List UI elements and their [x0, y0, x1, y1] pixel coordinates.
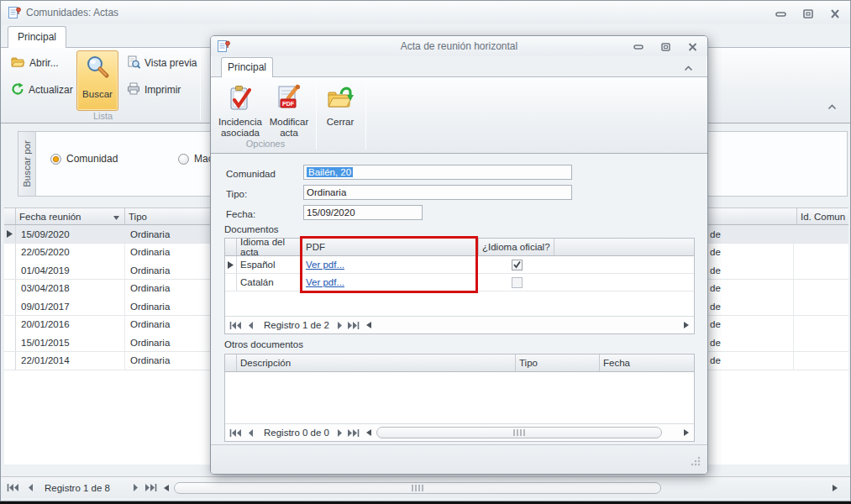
dialog-ribbon: Incidencia asociada PDF Modificar acta C…: [211, 76, 708, 154]
imprimir-button[interactable]: Imprimir: [123, 81, 184, 99]
modificar-acta-button[interactable]: PDF Modificar acta: [265, 81, 313, 146]
cell-comunidad-partial: de: [710, 280, 794, 297]
fecha-field[interactable]: 15/09/2020: [303, 205, 423, 220]
nav-label: Registro 1 de 8: [45, 483, 110, 493]
nav-first-button[interactable]: [229, 427, 242, 438]
column-label: Idioma del acta: [240, 237, 298, 257]
column-label: Id. Comun: [801, 212, 845, 222]
resize-grip-icon[interactable]: [690, 455, 701, 469]
oficial-checkbox[interactable]: [512, 277, 523, 288]
actualizar-button[interactable]: Actualizar: [8, 81, 76, 99]
document-pin-icon: [217, 39, 230, 55]
nav-prev-button[interactable]: [24, 482, 37, 494]
ver-pdf-link[interactable]: Ver pdf...: [306, 260, 344, 270]
cell-id-comunidad: [794, 297, 848, 315]
otros-documentos-section-label: Otros documentos: [224, 339, 303, 349]
column-header-id-comunidad[interactable]: Id. Comun: [797, 208, 848, 224]
dialog-restore-button[interactable]: [658, 41, 673, 52]
nav-first-button[interactable]: [229, 319, 242, 331]
nav-prev-button[interactable]: [244, 319, 257, 331]
row-indicator: [4, 297, 16, 315]
fecha-label: Fecha:: [226, 207, 255, 222]
nav-first-button[interactable]: [6, 482, 19, 494]
cell-fecha-reunion: 22/01/2014: [16, 352, 125, 370]
radio-comunidad[interactable]: Comunidad: [50, 152, 118, 165]
nav-last-button[interactable]: [144, 482, 157, 494]
restore-button[interactable]: [801, 8, 816, 19]
cell-id-comunidad: [794, 244, 848, 261]
scroll-right-icon[interactable]: [682, 320, 691, 330]
cell-id-comunidad: [794, 333, 848, 351]
ribbon-group-separator: [200, 50, 201, 121]
incidencia-asociada-button[interactable]: Incidencia asociada: [216, 81, 265, 146]
documento-row[interactable]: EspañolVer pdf...: [225, 256, 694, 274]
buscar-label: Buscar: [82, 89, 113, 100]
cerrar-label: Cerrar: [327, 117, 355, 128]
column-header-idioma[interactable]: Idioma del acta: [237, 239, 302, 255]
dialog-close-button[interactable]: [685, 41, 700, 52]
row-indicator: [4, 244, 16, 261]
radio-icon: [178, 154, 189, 165]
buscar-por-label: Buscar por: [22, 140, 32, 187]
column-header-pdf[interactable]: PDF: [302, 239, 479, 255]
cell-comunidad-partial: de: [710, 316, 794, 333]
close-button[interactable]: [827, 8, 843, 19]
column-header-fecha-reunion[interactable]: Fecha reunión: [16, 208, 125, 224]
cell-id-comunidad: [794, 261, 848, 279]
scroll-left-icon[interactable]: [365, 428, 373, 438]
column-header-fecha[interactable]: Fecha: [600, 354, 694, 371]
scroll-left-icon[interactable]: [162, 483, 171, 493]
row-indicator: [4, 316, 16, 333]
cerrar-button[interactable]: Cerrar: [318, 81, 362, 146]
nav-next-button[interactable]: [333, 427, 346, 438]
dialog-minimize-button[interactable]: [631, 41, 646, 52]
horizontal-scrollbar-thumb[interactable]: [376, 427, 662, 438]
minimize-button[interactable]: [774, 8, 789, 19]
scroll-right-icon[interactable]: [682, 428, 691, 438]
ver-pdf-link[interactable]: Ver pdf...: [306, 277, 344, 287]
column-header-idioma-oficial[interactable]: ¿Idioma oficial?: [479, 239, 554, 255]
nav-last-button[interactable]: [346, 319, 360, 331]
cell-comunidad-partial: de: [710, 261, 794, 279]
scroll-left-icon[interactable]: [365, 320, 373, 330]
abrir-label: Abrir...: [29, 57, 59, 69]
vista-previa-button[interactable]: Vista previa: [123, 54, 200, 72]
column-header-tipo[interactable]: Tipo: [516, 354, 600, 371]
header-indicator-cell: [225, 354, 237, 371]
nav-next-button[interactable]: [333, 319, 346, 331]
column-label: Fecha reunión: [19, 212, 81, 222]
abrir-button[interactable]: Abrir...: [8, 54, 62, 72]
dialog-status-bar: [211, 444, 707, 475]
nav-label: Registro 1 de 2: [264, 320, 329, 330]
cell-idioma-oficial: [479, 274, 554, 291]
documento-row[interactable]: CatalánVer pdf...: [225, 274, 694, 291]
tipo-value: Ordinaria: [307, 187, 346, 197]
cell-idioma: Español: [237, 256, 302, 273]
row-indicator: [225, 274, 237, 291]
nav-next-button[interactable]: [129, 482, 142, 494]
oficial-checkbox[interactable]: [512, 260, 523, 270]
scroll-right-icon[interactable]: [831, 483, 839, 493]
comunidad-field[interactable]: Bailén, 20: [303, 165, 572, 180]
row-indicator: [4, 261, 16, 279]
header-indicator-cell: [4, 208, 16, 224]
column-header-descripcion[interactable]: Descripción: [237, 354, 516, 371]
dialog-tab-principal[interactable]: Principal: [221, 57, 273, 77]
radio-icon: [50, 154, 61, 165]
documentos-grid: Idioma del acta PDF ¿Idioma oficial? Esp…: [224, 238, 695, 334]
dialog-collapse-ribbon-icon[interactable]: [681, 63, 695, 73]
imprimir-label: Imprimir: [144, 84, 181, 96]
incidencia-label: Incidencia asociada: [216, 117, 265, 139]
column-label: Tipo: [129, 212, 147, 222]
sort-arrow-icon[interactable]: [113, 212, 119, 222]
nav-prev-button[interactable]: [244, 427, 257, 438]
tab-principal-main[interactable]: Principal: [8, 26, 66, 48]
buscar-button[interactable]: Buscar: [76, 50, 118, 111]
nav-label: Registro 0 de 0: [264, 428, 329, 438]
cell-id-comunidad: [794, 280, 848, 297]
collapse-ribbon-icon[interactable]: [825, 102, 838, 112]
nav-last-button[interactable]: [346, 427, 360, 438]
tipo-field[interactable]: Ordinaria: [303, 185, 572, 200]
horizontal-scrollbar-thumb[interactable]: [174, 482, 661, 494]
cell-pdf: Ver pdf...: [302, 256, 479, 273]
